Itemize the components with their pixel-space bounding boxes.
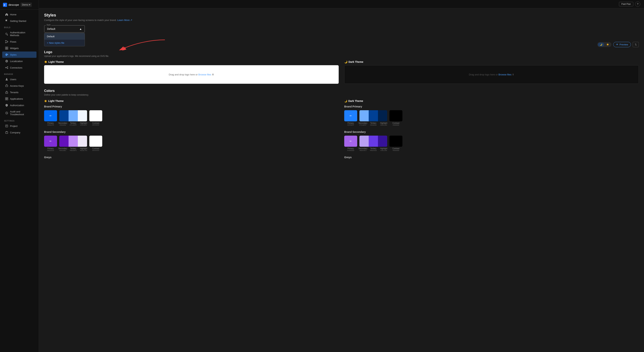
- secondary-swatch[interactable]: [59, 110, 68, 121]
- dark-contrast-swatch-2[interactable]: [390, 136, 402, 147]
- svg-point-11: [5, 67, 6, 68]
- sidebar-item-connectors[interactable]: Connectors: [2, 64, 36, 71]
- tertiary-swatch-2[interactable]: [68, 136, 78, 147]
- greys-dark-label: Greys: [344, 156, 639, 159]
- dark-theme-header: 🌙 Dark Theme: [344, 60, 639, 63]
- svg-point-14: [6, 78, 7, 79]
- sidebar-item-auth-methods[interactable]: Authentication Methods: [2, 30, 36, 38]
- dark-primary-swatch-btn[interactable]: ✏: [344, 110, 357, 121]
- brand-secondary-dark-swatches: ✏ Primary #A665EB: [344, 136, 639, 151]
- edit-icon-2: ✏: [50, 140, 52, 143]
- tenant-icon: [5, 91, 8, 94]
- dark-secondary-primary-swatch-wrapper: ✏ Primary #A665EB: [344, 136, 357, 151]
- dark-contrast-swatch-2-wrapper: Contrast #000000: [390, 136, 402, 151]
- apps-icon: [5, 97, 8, 100]
- project-icon: [5, 124, 8, 128]
- primary-swatch-wrapper: ✏ Primary #006AF5: [44, 110, 57, 126]
- dark-contrast-swatch[interactable]: [390, 110, 402, 121]
- svg-text:d: d: [4, 4, 5, 6]
- sidebar-item-company[interactable]: Company: [2, 129, 36, 136]
- highlight-swatch[interactable]: [78, 110, 87, 121]
- dark-tertiary-swatch-2[interactable]: [369, 136, 378, 147]
- toggle-dark[interactable]: 🌙: [598, 42, 604, 46]
- greys-light-label: Greys: [44, 156, 339, 159]
- style-dropdown-menu: Default + New styles file: [44, 33, 85, 46]
- secondary-primary-swatch-wrapper: ✏ Primary #802ED6: [44, 136, 57, 151]
- dark-secondary-group-wrapper: Secondary #71AEFF Tertiary #004094 Highl…: [358, 110, 388, 126]
- toggle-light[interactable]: ☀️: [604, 42, 611, 46]
- dark-secondary-swatch[interactable]: [360, 110, 369, 121]
- help-button[interactable]: ?: [635, 2, 640, 7]
- light-theme-logo-col: ☀️ Light Theme Drag and drop logo here o…: [44, 60, 339, 84]
- browse-files-link-light[interactable]: Browse files: [198, 73, 212, 76]
- dark-segment-labels-2: Secondary #B9A0F3 Tertiary #683AE6 Highl…: [358, 147, 388, 151]
- primary-swatch-btn[interactable]: ✏: [44, 110, 57, 121]
- dropdown-item-default[interactable]: Default: [44, 33, 85, 40]
- dark-secondary-swatch-2[interactable]: [360, 136, 369, 147]
- secondary-highlight-swatch-wrapper: Secondary #004094 Tertiary #71AEFF Highl…: [58, 110, 88, 126]
- svg-rect-3: [5, 40, 6, 41]
- logo-section-subtitle: Upload your application's logo. We recom…: [44, 55, 639, 58]
- dark-highlight-swatch[interactable]: [378, 110, 387, 121]
- dropdown-new-style-button[interactable]: + New styles file: [44, 40, 85, 46]
- sidebar-item-users[interactable]: Users: [2, 76, 36, 82]
- sidebar-item-getting-started[interactable]: Getting Started: [2, 18, 36, 24]
- svg-rect-7: [7, 47, 8, 48]
- auth-icon: [5, 104, 8, 107]
- secondary-group-2: [59, 136, 87, 147]
- flow-icon: [5, 40, 8, 43]
- demo-selector[interactable]: Demo ▾: [20, 2, 32, 7]
- contrast-swatch-2[interactable]: [89, 136, 102, 147]
- sidebar-item-widgets[interactable]: Widgets: [2, 45, 36, 51]
- brand-primary-light-swatches: ✏ Primary #006AF5: [44, 110, 339, 126]
- learn-more-link[interactable]: Learn More ↗: [117, 19, 132, 22]
- manage-section-label: Manage: [1, 71, 38, 76]
- page-subtitle: Configure the style of your user-facing …: [44, 19, 639, 22]
- sidebar-item-flows[interactable]: Flows: [2, 38, 36, 45]
- secondary-swatch-2[interactable]: [59, 136, 68, 147]
- preview-button[interactable]: 👁 Preview: [613, 42, 631, 47]
- light-logo-upload[interactable]: Drag and drop logo here or Browse files …: [44, 65, 339, 84]
- brand-primary-light: Brand Primary ✏ Primary #006AF5: [44, 105, 339, 126]
- dark-secondary-primary-swatch-btn[interactable]: ✏: [344, 136, 357, 147]
- brand-secondary-light: Brand Secondary ✏ Primary #802ED6: [44, 130, 339, 151]
- sidebar-item-styles[interactable]: Styles: [2, 52, 36, 58]
- svg-rect-4: [7, 41, 8, 42]
- dark-logo-upload[interactable]: Drag and drop logo here or Browse files …: [344, 65, 639, 84]
- style-dropdown-button[interactable]: Default ▲: [44, 26, 85, 32]
- brand-primary-dark: Brand Primary ✏ Primary #1F80FF: [344, 105, 639, 126]
- sidebar-item-tenants[interactable]: Tenants: [2, 89, 36, 96]
- sun-icon: ☀️: [44, 60, 47, 63]
- access-key-icon: [5, 84, 8, 87]
- dark-tertiary-swatch[interactable]: [369, 110, 378, 121]
- dark-highlight-swatch-2[interactable]: [378, 136, 387, 147]
- style-label: Style: [46, 24, 51, 26]
- segment-labels-2: Secondary #6410BC Tertiary #BE89F5 Highl…: [58, 147, 88, 151]
- dark-colors-label: Dark Theme: [348, 100, 363, 102]
- sidebar-item-project[interactable]: Project: [2, 123, 36, 129]
- settings-section-label: Settings: [1, 118, 38, 123]
- chevron-up-icon: ▲: [79, 28, 82, 30]
- brand-primary-dark-swatches: ✏ Primary #1F80FF: [344, 110, 639, 126]
- svg-marker-25: [122, 47, 126, 50]
- edit-icon-dark: ✏: [350, 114, 352, 117]
- sidebar-item-access-keys[interactable]: Access Keys: [2, 83, 36, 89]
- sidebar-item-audit[interactable]: Audit and Troubleshoot: [2, 108, 36, 118]
- svg-rect-17: [5, 98, 6, 98]
- highlight-swatch-2[interactable]: [78, 136, 87, 147]
- colors-section-title: Colors: [44, 89, 639, 93]
- sidebar-item-home[interactable]: Home: [2, 11, 36, 18]
- paid-plan-button[interactable]: Paid Plan: [619, 2, 633, 6]
- main-content: Paid Plan ? Styles Configure the style o…: [39, 0, 644, 352]
- contrast-swatch-wrapper: Contrast #FFFFFF: [89, 110, 102, 126]
- contrast-swatch[interactable]: [89, 110, 102, 121]
- sidebar-item-authorization[interactable]: Authorization: [2, 102, 36, 108]
- logo-two-col: ☀️ Light Theme Drag and drop logo here o…: [44, 60, 639, 84]
- tertiary-swatch[interactable]: [68, 110, 78, 121]
- sidebar-item-localization[interactable]: Localization: [2, 58, 36, 64]
- sort-button[interactable]: ⇅: [633, 42, 639, 47]
- browse-files-link-dark[interactable]: Browse files: [498, 73, 512, 76]
- colors-two-col: ☀️ Light Theme Brand Primary ✏ Primary: [44, 100, 639, 161]
- secondary-primary-swatch-btn[interactable]: ✏: [44, 136, 57, 147]
- sidebar-item-applications[interactable]: Applications: [2, 96, 36, 102]
